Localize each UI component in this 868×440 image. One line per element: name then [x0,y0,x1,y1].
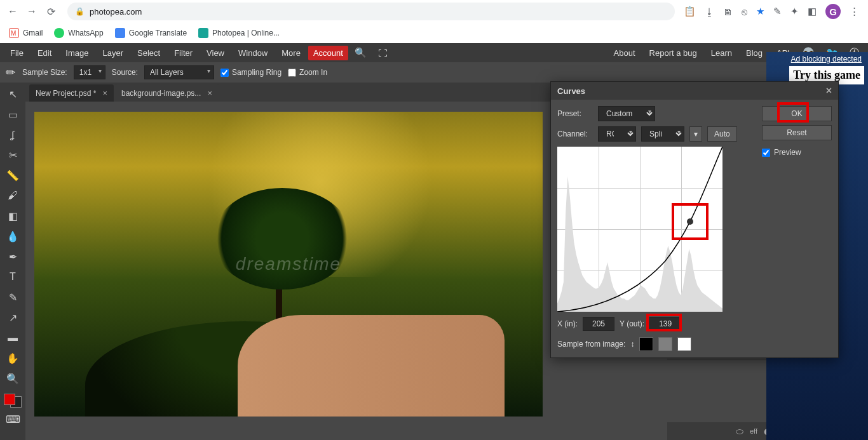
sampling-ring-checkbox[interactable]: Sampling Ring [220,68,281,77]
highlight-box [777,102,809,123]
link-learn[interactable]: Learn [705,46,738,60]
close-icon[interactable]: × [102,88,107,98]
sample-arrow-icon: ↕ [630,340,634,349]
path-tool[interactable]: ↗ [3,309,22,326]
eraser-tool[interactable]: ◧ [3,207,22,225]
eyedropper-tool[interactable]: ✎ [3,288,22,306]
brush-tool[interactable]: 🖌 [3,187,22,204]
watermark-text: dreamstime [236,254,341,274]
profile-avatar[interactable]: G [825,4,841,19]
share-icon[interactable]: ⎋ [742,6,747,17]
ruler-tool[interactable]: 📏 [3,166,22,184]
dialog-titlebar[interactable]: Curves × [551,82,838,100]
source-select[interactable]: All Layers [144,65,214,79]
reset-button[interactable]: Reset [762,125,832,140]
sample-size-label: Sample Size: [22,68,67,77]
sample-black[interactable] [639,337,653,351]
dialog-title: Curves [557,86,585,96]
link-layers-icon[interactable]: ⬭ [736,426,743,437]
tab-background-image[interactable]: background-image.ps...× [115,84,219,102]
text-tool[interactable]: T [3,268,22,286]
bookmark-photopea[interactable]: Photopea | Online... [198,28,280,38]
download-icon[interactable]: ⭳ [705,6,714,17]
eyedropper-tool-icon: ✎ [3,64,19,81]
canvas[interactable]: dreamstime [34,112,543,417]
eyedropper-ext-icon[interactable]: ✎ [773,6,782,17]
source-label: Source: [112,68,138,77]
crop-tool[interactable]: ✂ [3,146,22,164]
auto-button[interactable]: Auto [707,126,737,142]
menu-view[interactable]: View [200,46,231,60]
options-bar: ✎ Sample Size: 1x1 Source: All Layers Sa… [0,62,868,83]
account-button[interactable]: Account [308,46,348,60]
lasso-tool[interactable]: ʆ [3,126,22,143]
photopea-app: File Edit Image Layer Select Filter View… [0,43,868,440]
extensions-icon[interactable]: ✦ [790,6,799,17]
link-blog[interactable]: Blog [740,46,769,60]
search-icon[interactable]: 🔍 [349,44,372,61]
bookmark-translate[interactable]: Google Translate [115,28,187,38]
menu-edit[interactable]: Edit [31,46,58,60]
highlight-box [672,203,709,240]
link-report-bug[interactable]: Report a bug [643,46,703,60]
bookmark-star-icon[interactable]: ★ [756,6,764,17]
sample-white[interactable] [677,337,691,351]
zoom-tool[interactable]: 🔍 [3,370,22,387]
x-in-input[interactable] [583,317,614,331]
menu-select[interactable]: Select [131,46,166,60]
hand-tool[interactable]: ✋ [3,349,22,367]
keyboard-icon[interactable]: ⌨ [3,410,22,428]
ad-blocking-notice[interactable]: Ad blocking detected [791,55,862,63]
bucket-tool[interactable]: 💧 [3,227,22,245]
preset-select[interactable]: Custom [598,106,655,121]
toggle-button[interactable]: ▾ [689,126,702,142]
sample-gray[interactable] [658,337,672,351]
channel-label: Channel: [557,130,593,138]
y-out-label: Y (out): [620,319,644,328]
tool-palette: ↖ ▭ ʆ ✂ 📏 🖌 ◧ 💧 ✒ T ✎ ↗ ▬ ✋ 🔍 ⌨ [0,83,25,440]
marquee-tool[interactable]: ▭ [3,105,22,123]
bookmark-whatsapp[interactable]: WhatsApp [54,28,103,38]
menu-layer[interactable]: Layer [97,46,130,60]
shape-tool[interactable]: ▬ [3,329,22,347]
menu-file[interactable]: File [4,46,30,60]
menu-bar: File Edit Image Layer Select Filter View… [0,43,868,62]
x-in-label: X (in): [557,319,578,328]
link-about[interactable]: About [607,46,642,60]
fx-icon[interactable]: eff [750,427,757,435]
menu-window[interactable]: Window [232,46,274,60]
pen-tool[interactable]: ✒ [3,248,22,265]
menu-image[interactable]: Image [59,46,95,60]
browser-toolbar: ← → ⟳ 🔒 photopea.com 📋 ⭳ 🗎 ⎋ ★ ✎ ✦ ◧ G ⋮ [0,0,868,23]
reload-button[interactable]: ⟳ [43,4,58,19]
move-tool[interactable]: ↖ [3,85,22,103]
bookmarks-bar: MGmail WhatsApp Google Translate Photope… [0,23,868,43]
fullscreen-icon[interactable]: ⛶ [373,45,393,61]
menu-more[interactable]: More [275,46,307,60]
forward-button[interactable]: → [24,4,39,19]
color-swatch[interactable] [4,394,22,408]
sample-size-select[interactable]: 1x1 [74,65,105,79]
document-icon[interactable]: 🗎 [723,6,733,17]
curves-graph[interactable] [557,147,722,312]
sample-label: Sample from image: [557,340,625,349]
back-button[interactable]: ← [5,4,20,19]
tab-new-project[interactable]: New Project.psd *× [29,84,114,102]
curves-dialog: Curves × Preset: Custom Channel: RGB Spl… [550,81,839,358]
close-icon[interactable]: × [207,88,212,98]
channel-select[interactable]: RGB [598,126,636,142]
sidepanel-icon[interactable]: ◧ [808,6,817,17]
menu-filter[interactable]: Filter [168,46,199,60]
menu-kebab-icon[interactable]: ⋮ [850,6,859,17]
address-bar[interactable]: 🔒 photopea.com [67,3,675,20]
clipboard-icon[interactable]: 📋 [684,6,696,17]
bookmark-gmail[interactable]: MGmail [9,28,43,38]
zoom-in-checkbox[interactable]: Zoom In [288,68,327,77]
interpolation-select[interactable]: Spline [641,126,684,142]
close-icon[interactable]: × [826,85,832,97]
highlight-box [646,314,682,331]
preset-label: Preset: [557,109,593,118]
url-text: photopea.com [90,7,142,17]
lock-icon: 🔒 [75,7,85,16]
preview-checkbox[interactable]: Preview [762,148,832,157]
